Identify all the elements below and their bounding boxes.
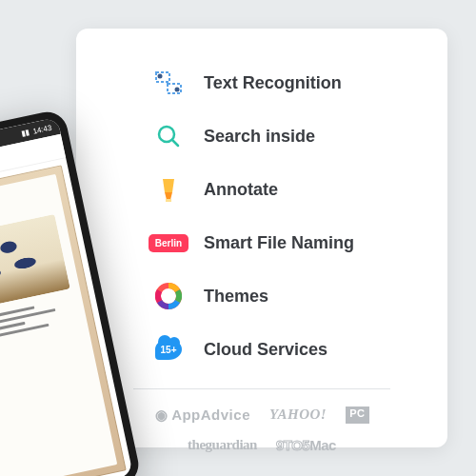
divider [133, 388, 390, 389]
search-icon [152, 120, 185, 152]
press-yahoo: YAHOO! [269, 407, 327, 424]
color-wheel-icon [152, 280, 185, 312]
text-recognition-icon [152, 67, 185, 99]
highlighter-icon [152, 173, 185, 206]
feature-list: Text Recognition Search inside Annotate … [105, 67, 419, 366]
feature-label: Smart File Naming [204, 233, 354, 253]
badge-text: Berlin [149, 234, 188, 252]
press-9to5mac: 9TO5Mac [276, 437, 336, 453]
feature-search-inside[interactable]: Search inside [152, 120, 419, 152]
svg-line-5 [172, 140, 178, 146]
press-pcmag: PC [346, 407, 368, 424]
feature-label: Text Recognition [204, 73, 342, 93]
feature-label: Search inside [204, 127, 315, 147]
feature-smart-naming[interactable]: Berlin Smart File Naming [152, 227, 419, 259]
svg-rect-6 [166, 199, 171, 202]
status-signal-icon: ▮▮ [21, 128, 30, 137]
feature-label: Annotate [204, 180, 278, 200]
press-logos: ◉ AppAdvice YAHOO! PC theguardian 9TO5Ma… [105, 407, 419, 453]
document-text-lines [0, 298, 77, 347]
svg-point-1 [158, 74, 163, 79]
svg-point-3 [175, 88, 180, 92]
feature-annotate[interactable]: Annotate [152, 173, 419, 206]
status-time: 14:43 [32, 123, 52, 135]
feature-card: Text Recognition Search inside Annotate … [76, 29, 447, 447]
feature-cloud-services[interactable]: 15+ Cloud Services [152, 333, 419, 366]
press-guardian: theguardian [188, 437, 257, 453]
badge-text: 15+ [155, 339, 182, 360]
cloud-badge-icon: 15+ [152, 333, 185, 366]
feature-label: Cloud Services [204, 340, 327, 360]
feature-themes[interactable]: Themes [152, 280, 419, 312]
feature-label: Themes [204, 287, 268, 307]
berlin-badge-icon: Berlin [152, 227, 185, 259]
press-appadvice: ◉ AppAdvice [155, 407, 250, 424]
feature-text-recognition[interactable]: Text Recognition [152, 67, 419, 99]
